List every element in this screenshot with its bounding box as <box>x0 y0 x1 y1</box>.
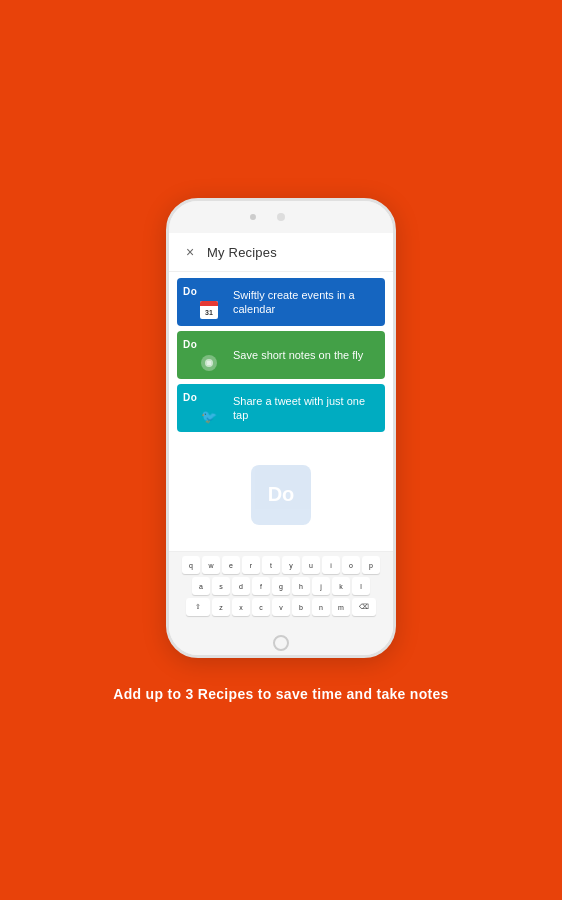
phone-bottom-bar <box>169 631 393 655</box>
app-container: × My Recipes Do 31 <box>113 198 448 702</box>
key-r[interactable]: r <box>242 556 260 574</box>
key-p[interactable]: p <box>362 556 380 574</box>
recipe-text-twitter: Share a tweet with just one tap <box>225 394 385 423</box>
key-m[interactable]: m <box>332 598 350 616</box>
calendar-icon-body: 31 <box>200 306 218 319</box>
phone-camera <box>277 213 285 221</box>
do-label-calendar: Do <box>183 286 197 297</box>
key-y[interactable]: y <box>282 556 300 574</box>
phone-top-bar <box>169 201 393 233</box>
key-c[interactable]: c <box>252 598 270 616</box>
svg-rect-2 <box>207 364 211 365</box>
recipe-icon-notes: Do <box>177 331 225 379</box>
key-q[interactable]: q <box>182 556 200 574</box>
keyboard-area: q w e r t y u i o p a s d f g h <box>169 551 393 631</box>
close-button[interactable]: × <box>181 243 199 261</box>
svg-rect-1 <box>207 362 211 363</box>
key-e[interactable]: e <box>222 556 240 574</box>
key-k[interactable]: k <box>332 577 350 595</box>
keyboard-row-2: a s d f g h j k l <box>173 577 389 595</box>
recipe-icon-twitter: Do 🐦 <box>177 384 225 432</box>
notes-service-icon <box>199 353 219 373</box>
do-label-twitter: Do <box>183 392 197 403</box>
phone-screen: × My Recipes Do 31 <box>169 233 393 631</box>
key-shift[interactable]: ⇧ <box>186 598 210 616</box>
key-delete[interactable]: ⌫ <box>352 598 376 616</box>
recipe-item-notes[interactable]: Do Save short notes on the fly <box>177 331 385 379</box>
recipes-list: Do 31 Swiftly create events in a calenda… <box>169 272 393 438</box>
key-i[interactable]: i <box>322 556 340 574</box>
key-a[interactable]: a <box>192 577 210 595</box>
recipe-icon-calendar: Do 31 <box>177 278 225 326</box>
recipe-item-twitter[interactable]: Do 🐦 Share a tweet with just one tap <box>177 384 385 432</box>
keyboard-row-3: ⇧ z x c v b n m ⌫ <box>173 598 389 616</box>
key-n[interactable]: n <box>312 598 330 616</box>
phone-speaker <box>250 214 256 220</box>
key-x[interactable]: x <box>232 598 250 616</box>
twitter-bird-icon: 🐦 <box>201 409 217 424</box>
key-z[interactable]: z <box>212 598 230 616</box>
key-u[interactable]: u <box>302 556 320 574</box>
recipe-text-calendar: Swiftly create events in a calendar <box>225 288 385 317</box>
recipe-text-notes: Save short notes on the fly <box>225 348 385 362</box>
key-s[interactable]: s <box>212 577 230 595</box>
notes-svg-icon <box>204 358 214 368</box>
key-l[interactable]: l <box>352 577 370 595</box>
key-h[interactable]: h <box>292 577 310 595</box>
calendar-icon: 31 <box>200 301 218 319</box>
recipe-item-calendar[interactable]: Do 31 Swiftly create events in a calenda… <box>177 278 385 326</box>
watermark-area: Do <box>169 438 393 551</box>
watermark-icon: Do <box>251 465 311 525</box>
key-j[interactable]: j <box>312 577 330 595</box>
bottom-caption: Add up to 3 Recipes to save time and tak… <box>113 686 448 702</box>
key-t[interactable]: t <box>262 556 280 574</box>
key-b[interactable]: b <box>292 598 310 616</box>
watermark-do-text: Do <box>268 483 295 506</box>
home-button[interactable] <box>273 635 289 651</box>
dialog-header: × My Recipes <box>169 233 393 272</box>
key-w[interactable]: w <box>202 556 220 574</box>
dialog-title: My Recipes <box>207 245 277 260</box>
do-label-notes: Do <box>183 339 197 350</box>
key-d[interactable]: d <box>232 577 250 595</box>
key-o[interactable]: o <box>342 556 360 574</box>
key-f[interactable]: f <box>252 577 270 595</box>
notes-circle-icon <box>201 355 217 371</box>
twitter-service-icon: 🐦 <box>199 406 219 426</box>
keyboard-row-1: q w e r t y u i o p <box>173 556 389 574</box>
key-g[interactable]: g <box>272 577 290 595</box>
key-v[interactable]: v <box>272 598 290 616</box>
phone-device: × My Recipes Do 31 <box>166 198 396 658</box>
calendar-service-icon: 31 <box>199 300 219 320</box>
svg-point-0 <box>205 359 213 367</box>
